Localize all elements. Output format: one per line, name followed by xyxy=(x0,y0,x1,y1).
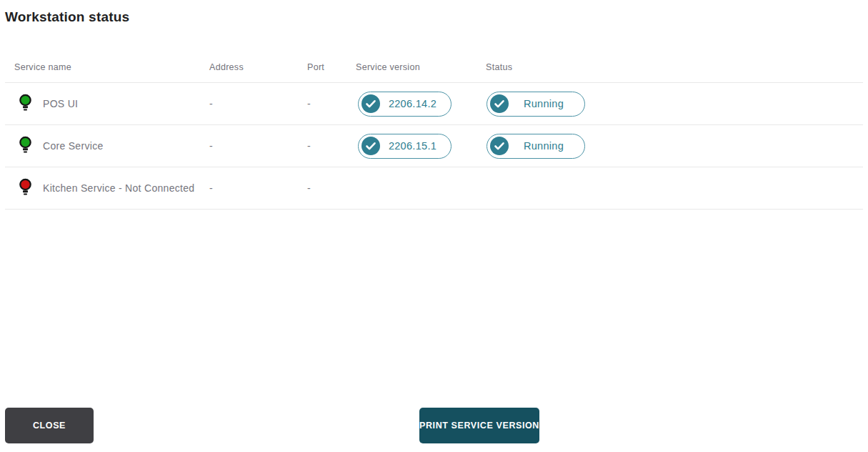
address-value: - xyxy=(209,182,307,194)
service-version-value: 2206.14.2 xyxy=(380,98,451,109)
table-row: POS UI - - 2206.14.2 xyxy=(5,83,863,125)
column-header-address: Address xyxy=(209,62,307,72)
status-badge: Running xyxy=(487,134,585,159)
service-name-label: POS UI xyxy=(43,98,78,109)
bulb-icon-green xyxy=(19,136,32,157)
check-circle-icon xyxy=(361,137,380,155)
table-row: Core Service - - 2206.15.1 xyxy=(5,125,863,167)
column-header-service-version: Service version xyxy=(356,62,486,72)
column-header-port: Port xyxy=(307,62,356,72)
status-value: Running xyxy=(509,140,584,152)
workstation-status-table: Service name Address Port Service versio… xyxy=(5,25,863,210)
table-row: Kitchen Service - Not Connected - - xyxy=(5,167,863,210)
service-version-badge: 2206.15.1 xyxy=(358,134,452,159)
check-circle-icon xyxy=(361,94,380,113)
column-header-status: Status xyxy=(486,62,863,72)
page-title: Workstation status xyxy=(5,9,868,25)
status-value: Running xyxy=(509,98,584,109)
table-header-row: Service name Address Port Service versio… xyxy=(5,25,863,83)
bulb-icon-red xyxy=(19,178,32,199)
port-value: - xyxy=(307,182,356,194)
service-name-label: Kitchen Service - Not Connected xyxy=(43,182,194,194)
close-button[interactable]: CLOSE xyxy=(5,408,94,443)
check-circle-icon xyxy=(490,137,509,155)
service-name-label: Core Service xyxy=(43,140,104,152)
service-version-badge: 2206.14.2 xyxy=(358,92,452,117)
status-badge: Running xyxy=(487,92,585,117)
address-value: - xyxy=(209,98,307,109)
check-circle-icon xyxy=(490,94,509,113)
service-version-value: 2206.15.1 xyxy=(380,140,451,152)
port-value: - xyxy=(307,140,356,152)
print-service-version-button[interactable]: PRINT SERVICE VERSION xyxy=(419,408,539,443)
footer-actions: CLOSE PRINT SERVICE VERSION xyxy=(0,408,868,443)
bulb-icon-green xyxy=(19,94,32,114)
address-value: - xyxy=(209,140,307,152)
column-header-service-name: Service name xyxy=(14,62,209,72)
port-value: - xyxy=(307,98,356,109)
